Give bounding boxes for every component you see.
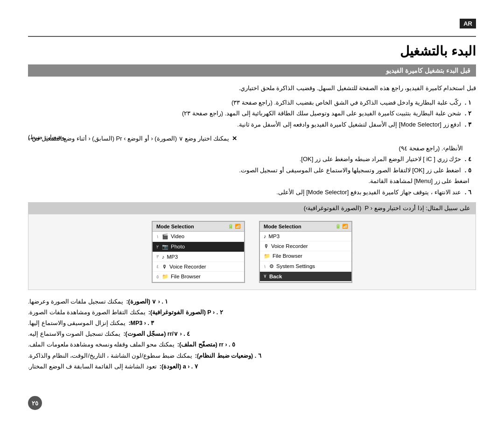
left-item-voice: 🎙 Voice Recorder bbox=[260, 241, 351, 251]
title-divider bbox=[28, 36, 476, 37]
right-mode-panel: Mode Selection 🔋 📶 ١ 🎬 Video ٢ 📷 Photo ٣… bbox=[152, 221, 245, 283]
right-item-file: ٥ 📁 File Browser bbox=[153, 272, 244, 282]
step-5b: اضغط على زر [Menu] لمشاهدة القائمة. bbox=[28, 176, 476, 186]
step-6: ٦ . عند الانتهاء ، يتوقف جهاز كاميرة الف… bbox=[28, 187, 476, 198]
left-item-file: 📁 File Browser bbox=[260, 251, 351, 261]
bottom-item-6: ٦ . (وضعيات ضبط النظام): يمكنك ضبط سطوع/… bbox=[28, 351, 476, 361]
bottom-item-5: ٥ . ‹ rr (متصفّح الملف): يمكنك محو الملف… bbox=[28, 339, 476, 350]
step-1: ١ . ركّب علبة البطارية وادخل قضيب الذاكر… bbox=[28, 97, 476, 108]
page-number: ٢٥ bbox=[28, 396, 42, 410]
steps-list: ١ . ركّب علبة البطارية وادخل قضيب الذاكر… bbox=[28, 97, 476, 130]
step-5: ٥ . اضغط على زر [OK] لالتقاط الصور وتسجي… bbox=[28, 165, 476, 176]
x-item-sub: الأنظام›. (راجع صفحة ٩٤) bbox=[28, 145, 476, 152]
steps-list-2: ٤ . حرّك زري [ iC ] لاختيار الوضع المراد… bbox=[28, 154, 476, 198]
section-header: قبل البدء بتشغيل كاميرة الفيديو bbox=[28, 64, 476, 77]
left-item-mp3: ♪ MP3 bbox=[260, 232, 351, 241]
ar-badge: AR bbox=[460, 19, 476, 28]
bottom-item-4: ٤ . ‹ ∨/rr (مسجّل الصوت): يمكنك تسجيل ال… bbox=[28, 329, 476, 339]
example-bar: على سبيل المثال: إذا أردت اختيار وضع ‹ P… bbox=[28, 202, 476, 214]
right-panel-header: Mode Selection 🔋 📶 bbox=[153, 222, 244, 232]
right-item-voice: ٤ 🎙 Voice Recorder bbox=[153, 262, 244, 272]
bottom-list: ١ . ‹ ∨ (الصورة): يمكنك تسجيل ملفات الصو… bbox=[28, 297, 476, 372]
left-panel-header: Mode Selection 🔋 📶 bbox=[260, 222, 351, 232]
right-item-mp3: ٣ ♪ MP3 bbox=[153, 252, 244, 262]
x-item: ✕ يمكنك اختيار وضع ∨ (الصورة) ‹ أو الوضع… bbox=[28, 134, 476, 144]
bottom-item-3: ٣ . ‹ MP3: يمكنك إنزال الموسيقى والاستما… bbox=[28, 318, 476, 329]
panels-container: Mode Selection 🔋 📶 ♪ MP3 🎙 Voice Recorde… bbox=[28, 214, 476, 290]
step-4: ٤ . حرّك زري [ iC ] لاختيار الوضع المراد… bbox=[28, 154, 476, 164]
side-note: (وضعيات ضبط bbox=[28, 134, 64, 141]
left-item-system: ١ ⚙ System Settings bbox=[260, 261, 351, 272]
intro-text: قبل استخدام كاميرة الفيديو، راجع هذه الص… bbox=[28, 83, 476, 93]
left-mode-panel: Mode Selection 🔋 📶 ♪ MP3 🎙 Voice Recorde… bbox=[259, 221, 352, 283]
right-item-video: ١ 🎬 Video bbox=[153, 232, 244, 242]
right-item-photo: ٢ 📷 Photo bbox=[153, 242, 244, 252]
left-item-back: ٧ Back bbox=[260, 272, 351, 282]
page-container: AR البدء بالتشغيل قبل البدء بتشغيل كامير… bbox=[0, 0, 504, 424]
main-title: البدء بالتشغيل bbox=[28, 43, 476, 59]
bottom-item-1: ١ . ‹ ∨ (الصورة): يمكنك تسجيل ملفات الصو… bbox=[28, 297, 476, 307]
bottom-item-2: ٢ . ‹ P (الصورة الفوتوغرافية): يمكنك الت… bbox=[28, 307, 476, 318]
step-2: ٢ . شحن علبة البطارية بتثبيت كاميرة الفي… bbox=[28, 108, 476, 119]
step-3: ٣ . ادفع زر [Mode Selector] إلى الأسفل ل… bbox=[28, 119, 476, 130]
bottom-item-7: ٧ . ‹ a (العودة): تعود الشاشة إلى القائم… bbox=[28, 361, 476, 372]
